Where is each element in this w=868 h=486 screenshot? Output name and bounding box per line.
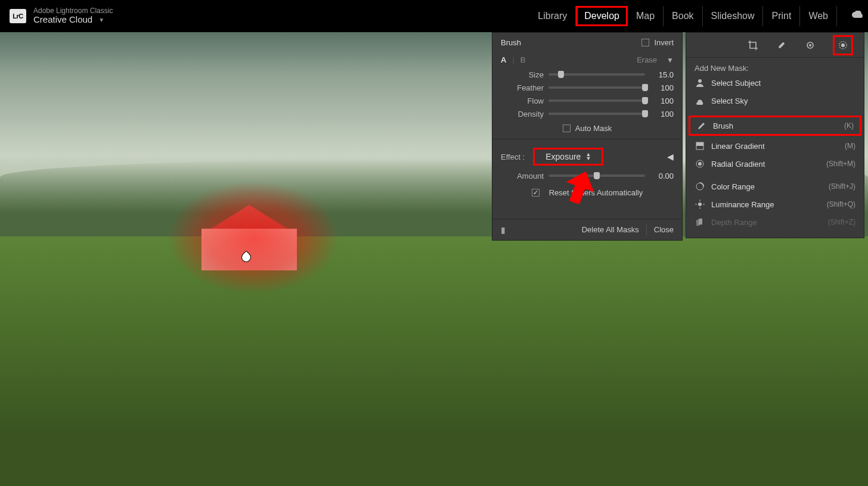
module-print[interactable]: Print — [763, 6, 800, 26]
effect-value: Exposure — [545, 152, 581, 161]
app-logo: LrC — [10, 9, 26, 23]
mask-item-label: Select Subject — [711, 79, 850, 88]
mask-item-label: Select Sky — [711, 96, 850, 105]
mask-item-radial-gradient[interactable]: Radial Gradient (Shift+M) — [686, 155, 864, 173]
module-picker: Library Develop Map Book Slideshow Print… — [529, 0, 860, 32]
slider-label-flow: Flow — [501, 96, 544, 105]
svg-rect-0 — [778, 42, 785, 48]
effect-label: Effect : — [501, 152, 525, 161]
amount-slider[interactable] — [548, 175, 645, 177]
effect-dropdown[interactable]: Exposure ▲▼ — [533, 148, 603, 166]
mask-item-select-sky[interactable]: Select Sky — [686, 92, 864, 110]
svg-point-11 — [698, 202, 702, 206]
mask-item-label: Depth Range — [711, 218, 822, 227]
heal-tool-icon[interactable] — [776, 39, 788, 51]
svg-rect-7 — [696, 142, 703, 146]
mask-item-linear-gradient[interactable]: Linear Gradient (M) — [686, 137, 864, 155]
slider-density[interactable] — [548, 113, 645, 115]
reset-auto-checkbox[interactable]: ✓ — [532, 189, 540, 197]
slider-value-size[interactable]: 15.0 — [649, 70, 674, 79]
effect-collapse-icon[interactable]: ◀ — [667, 152, 674, 161]
mask-item-label: Color Range — [711, 182, 823, 191]
reset-auto-label[interactable]: Reset Sliders Automatically — [549, 188, 643, 197]
lum-icon — [695, 199, 705, 210]
module-library[interactable]: Library — [529, 6, 576, 26]
slider-label-feather: Feather — [501, 83, 544, 92]
module-book[interactable]: Book — [664, 6, 702, 26]
auto-mask-label[interactable]: Auto Mask — [575, 124, 612, 133]
svg-rect-17 — [699, 219, 702, 225]
module-slideshow[interactable]: Slideshow — [703, 6, 764, 26]
mask-item-color-range[interactable]: Color Range (Shift+J) — [686, 177, 864, 195]
top-bar: LrC Adobe Lightroom Classic Creative Clo… — [0, 0, 868, 32]
mask-item-luminance-range[interactable]: Luminance Range (Shift+Q) — [686, 195, 864, 213]
redeye-tool-icon[interactable] — [804, 39, 816, 51]
pin-toggle-icon[interactable]: ▮ — [501, 225, 506, 235]
sky-icon — [695, 95, 705, 106]
delete-all-masks-button[interactable]: Delete All Masks — [582, 225, 639, 234]
brush-b-tab[interactable]: B — [520, 55, 526, 64]
slider-label-density: Density — [501, 110, 544, 119]
subject-icon — [695, 77, 705, 88]
updown-icon: ▲▼ — [585, 152, 591, 161]
brush-panel: Brush Invert A | B Erase ▼ Size 15.0Feat… — [492, 32, 683, 241]
photo-field-region — [0, 236, 868, 486]
mask-item-shortcut: (Shift+Z) — [828, 218, 855, 226]
mask-item-label: Brush — [713, 122, 838, 130]
module-web[interactable]: Web — [800, 6, 837, 26]
invert-checkbox[interactable] — [641, 39, 649, 46]
plan-dropdown-icon[interactable]: ▼ — [98, 17, 104, 23]
slider-value-flow[interactable]: 100 — [649, 96, 674, 105]
auto-mask-checkbox[interactable] — [563, 124, 571, 132]
close-button[interactable]: Close — [654, 225, 674, 234]
masking-tool-icon[interactable] — [833, 35, 853, 55]
cloud-sync-icon[interactable] — [843, 6, 860, 26]
mask-item-label: Radial Gradient — [711, 160, 820, 169]
amount-label: Amount — [501, 172, 544, 180]
brush-panel-title: Brush — [501, 38, 641, 47]
erase-tab[interactable]: Erase — [637, 55, 657, 64]
svg-point-2 — [809, 44, 811, 46]
mask-item-shortcut: (K) — [844, 122, 854, 130]
color-icon — [695, 181, 705, 192]
module-develop[interactable]: Develop — [576, 6, 628, 26]
brush-a-tab[interactable]: A — [501, 55, 506, 64]
slider-size[interactable] — [548, 73, 645, 76]
module-map[interactable]: Map — [628, 6, 664, 26]
mask-item-label: Linear Gradient — [711, 142, 839, 151]
mask-item-depth-range: Depth Range (Shift+Z) — [686, 213, 864, 231]
linear-icon — [695, 141, 705, 151]
mask-item-shortcut: (Shift+M) — [826, 160, 855, 168]
radial-icon — [695, 158, 705, 169]
mask-item-shortcut: (Shift+J) — [829, 182, 855, 191]
mask-item-brush[interactable]: Brush (K) — [689, 116, 861, 136]
svg-point-9 — [698, 162, 702, 166]
mask-item-label: Luminance Range — [711, 200, 821, 209]
svg-point-4 — [841, 43, 845, 46]
app-info: Adobe Lightroom Classic Creative Cloud ▼ — [33, 7, 113, 25]
plan-name[interactable]: Creative Cloud — [33, 15, 92, 25]
mask-item-select-subject[interactable]: Select Subject — [686, 74, 864, 92]
crop-tool-icon[interactable] — [747, 39, 759, 51]
svg-point-5 — [698, 79, 702, 83]
masking-panel: Add New Mask: Select Subject Select Sky … — [686, 32, 864, 238]
mask-overlay — [167, 181, 340, 294]
slider-feather[interactable] — [548, 86, 645, 89]
brush-icon — [696, 120, 707, 131]
depth-icon — [695, 217, 705, 228]
invert-label[interactable]: Invert — [654, 38, 674, 47]
mask-item-shortcut: (M) — [845, 142, 855, 150]
mask-item-shortcut: (Shift+Q) — [827, 200, 855, 208]
slider-value-density[interactable]: 100 — [649, 110, 674, 119]
slider-value-feather[interactable]: 100 — [649, 83, 674, 92]
slider-flow[interactable] — [548, 99, 645, 102]
amount-value[interactable]: 0.00 — [649, 172, 674, 180]
add-new-mask-label: Add New Mask: — [686, 58, 864, 74]
brush-disclosure-icon[interactable]: ▼ — [666, 56, 674, 64]
slider-label-size: Size — [501, 70, 544, 79]
